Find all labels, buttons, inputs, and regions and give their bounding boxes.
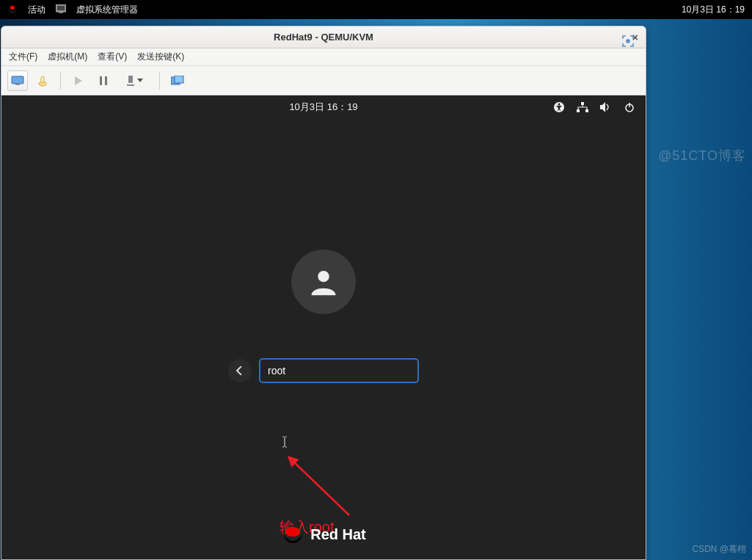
svg-rect-1	[57, 6, 65, 10]
redhat-logo: Red Hat	[281, 526, 366, 543]
svg-point-13	[627, 40, 629, 43]
chevron-down-icon	[137, 79, 143, 82]
menu-vm[interactable]: 虚拟机(M)	[48, 51, 87, 63]
svg-rect-10	[127, 84, 134, 86]
redhat-icon	[7, 4, 18, 15]
snapshots-button[interactable]	[167, 70, 188, 91]
redhat-brand-text: Red Hat	[310, 526, 366, 543]
menu-send-keys[interactable]: 发送按键(K)	[137, 51, 184, 63]
login-area	[1, 95, 646, 559]
menubar: 文件(F) 虚拟机(M) 查看(V) 发送按键(K)	[1, 48, 646, 66]
guest-display[interactable]: 10月3日 16：19	[1, 95, 646, 559]
shutdown-dropdown[interactable]	[118, 70, 152, 91]
menu-view[interactable]: 查看(V)	[98, 51, 127, 63]
username-input[interactable]	[259, 358, 419, 383]
window-titlebar[interactable]: RedHat9 - QEMU/KVM ×	[1, 26, 646, 48]
activities-button[interactable]: 活动	[28, 4, 45, 16]
watermark-bottom: CSDN @蓦栩	[692, 543, 746, 556]
vm-window: RedHat9 - QEMU/KVM × 文件(F) 虚拟机(M) 查看(V) …	[1, 26, 646, 560]
svg-rect-6	[41, 76, 44, 83]
vmm-icon	[56, 4, 66, 15]
svg-rect-3	[12, 76, 23, 84]
play-button[interactable]	[68, 70, 89, 91]
separator	[60, 72, 61, 90]
redhat-icon	[281, 526, 304, 543]
info-button[interactable]	[32, 70, 53, 91]
app-name-label: 虚拟系统管理器	[76, 4, 138, 16]
avatar	[291, 250, 356, 314]
svg-rect-2	[59, 12, 63, 13]
svg-rect-8	[105, 76, 107, 85]
window-title: RedHat9 - QEMU/KVM	[274, 32, 373, 43]
host-datetime[interactable]: 10月3日 16：19	[682, 4, 745, 16]
svg-rect-12	[175, 76, 183, 83]
svg-rect-9	[128, 76, 133, 83]
svg-point-21	[318, 271, 329, 282]
menu-file[interactable]: 文件(F)	[9, 51, 37, 63]
console-button[interactable]	[7, 70, 28, 91]
separator	[159, 72, 160, 90]
back-button[interactable]	[228, 359, 252, 382]
host-topbar: 活动 虚拟系统管理器 10月3日 16：19	[0, 0, 752, 19]
pause-button[interactable]	[93, 70, 114, 91]
svg-rect-4	[15, 84, 20, 85]
fullscreen-button[interactable]	[618, 31, 638, 51]
watermark-top: @51CTO博客	[658, 147, 746, 164]
toolbar	[1, 66, 646, 95]
svg-rect-7	[100, 76, 102, 85]
